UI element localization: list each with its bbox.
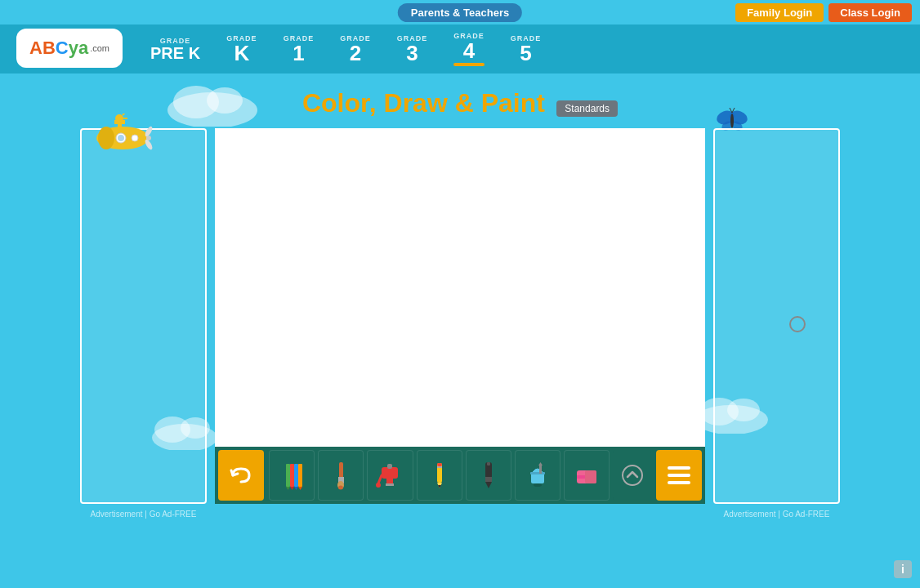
svg-rect-29 <box>294 464 298 487</box>
svg-rect-63 <box>668 466 690 470</box>
paintbrush-tool-button[interactable] <box>318 450 364 501</box>
svg-marker-31 <box>286 487 290 490</box>
page-title: Color, Draw & Paint <box>302 88 545 118</box>
left-ad-label: Advertisement | Go Ad-FREE <box>91 510 197 519</box>
grade-k[interactable]: GRADE K <box>215 31 269 67</box>
svg-rect-65 <box>668 481 690 484</box>
standards-button[interactable]: Standards <box>556 100 618 117</box>
svg-rect-27 <box>286 464 290 487</box>
right-ad-panel: Advertisement | Go Ad-FREE <box>713 128 840 504</box>
grade-prek[interactable]: GRADE PRE K <box>139 33 212 65</box>
svg-point-44 <box>376 483 381 488</box>
svg-rect-30 <box>298 464 302 487</box>
svg-point-26 <box>181 417 210 439</box>
logo-ya: ya <box>69 38 88 59</box>
svg-line-22 <box>123 114 125 115</box>
grade-5[interactable]: GRADE 5 <box>499 31 553 67</box>
grade-nav: AB C ya .com GRADE PRE K GRADE K GRADE 1… <box>0 24 920 74</box>
svg-rect-53 <box>487 462 490 466</box>
cloud-right-panel <box>690 389 772 437</box>
svg-rect-40 <box>386 479 393 483</box>
marker-tool-button[interactable] <box>466 450 511 501</box>
grade-3[interactable]: GRADE 3 <box>386 31 440 67</box>
svg-rect-42 <box>387 464 392 469</box>
svg-point-11 <box>98 127 114 149</box>
svg-point-15 <box>118 135 124 141</box>
grade-4[interactable]: GRADE 4 <box>442 29 496 69</box>
grade-1[interactable]: GRADE 1 <box>272 31 326 67</box>
menu-button[interactable] <box>656 450 702 501</box>
drawing-canvas[interactable] <box>215 128 705 504</box>
cursor-indicator <box>789 316 806 332</box>
svg-marker-33 <box>294 487 298 490</box>
svg-rect-61 <box>585 470 596 483</box>
svg-text:i: i <box>901 563 904 576</box>
svg-rect-64 <box>668 474 690 477</box>
parents-teachers-button[interactable]: Parents & Teachers <box>398 3 522 22</box>
svg-rect-49 <box>437 466 442 468</box>
left-ad-panel: Advertisement | Go Ad-FREE <box>80 128 207 504</box>
svg-point-68 <box>727 399 760 421</box>
svg-point-62 <box>623 466 642 485</box>
top-nav-bar: Parents & Teachers Family Login Class Lo… <box>0 0 920 24</box>
logo[interactable]: AB C ya .com <box>16 29 123 69</box>
scroll-up-button[interactable] <box>613 450 651 501</box>
logo-ab: AB <box>29 38 56 59</box>
paint-tube-tool-button[interactable] <box>367 450 413 501</box>
fill-bucket-tool-button[interactable] <box>515 450 560 501</box>
svg-marker-34 <box>298 487 302 490</box>
svg-rect-39 <box>382 467 398 479</box>
logo-c: C <box>56 38 69 59</box>
submarine-decoration <box>90 114 155 158</box>
svg-point-20 <box>115 114 123 122</box>
grade-items: GRADE PRE K GRADE K GRADE 1 GRADE 2 GRAD… <box>139 29 552 69</box>
svg-line-43 <box>378 475 382 483</box>
crayons-tool-button[interactable] <box>269 450 315 501</box>
right-ad-label: Advertisement | Go Ad-FREE <box>724 510 830 519</box>
grade-selected-indicator <box>453 63 485 66</box>
svg-marker-52 <box>485 482 492 488</box>
svg-rect-41 <box>386 483 394 486</box>
family-login-button[interactable]: Family Login <box>735 3 824 22</box>
svg-point-58 <box>534 483 542 487</box>
grade-2[interactable]: GRADE 2 <box>328 31 382 67</box>
cloud-left-panel <box>148 409 221 453</box>
svg-rect-28 <box>290 464 294 487</box>
svg-point-38 <box>338 486 343 490</box>
eraser-tool-button[interactable] <box>564 450 610 501</box>
svg-rect-55 <box>530 472 545 474</box>
class-login-button[interactable]: Class Login <box>828 3 912 22</box>
pencil-tool-button[interactable] <box>417 450 462 501</box>
undo-button[interactable] <box>218 450 264 501</box>
main-content: Advertisement | Go Ad-FREE <box>0 128 920 504</box>
info-icon[interactable]: i <box>894 560 912 581</box>
svg-marker-32 <box>290 487 294 490</box>
svg-marker-57 <box>538 462 543 466</box>
svg-point-16 <box>132 135 138 141</box>
svg-marker-47 <box>438 485 441 488</box>
toolbar <box>215 447 705 504</box>
svg-rect-51 <box>485 477 492 482</box>
logo-dotcom: .com <box>90 43 109 53</box>
svg-rect-48 <box>437 463 442 466</box>
